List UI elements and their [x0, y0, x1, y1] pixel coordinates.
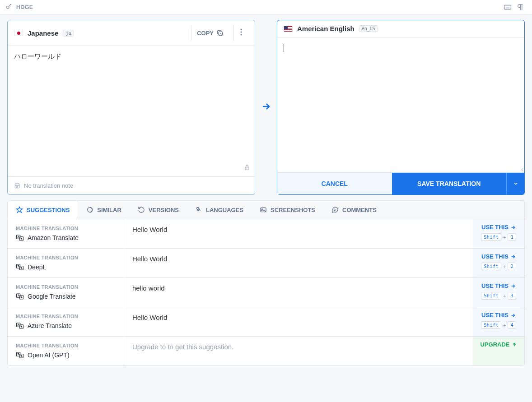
tabs-bar: SUGGESTIONS SIMILAR VERSIONS LANGUAGES S… [8, 201, 524, 219]
copy-label: COPY [197, 30, 214, 37]
mt-label: MACHINE TRANSLATION [16, 314, 116, 319]
suggestion-action: UPGRADE [473, 337, 524, 365]
shortcut-hint: Shift + 3 [481, 292, 516, 300]
use-this-label: USE THIS [481, 253, 509, 260]
arrow-right-icon [261, 101, 271, 114]
svg-rect-1 [504, 5, 511, 9]
key-shift: Shift [481, 321, 501, 329]
provider-name: Amazon Translate [28, 234, 79, 241]
tab-versions[interactable]: VERSIONS [130, 201, 187, 219]
mt-provider: Google Translate [16, 292, 116, 300]
more-options-button[interactable] [233, 25, 248, 41]
copy-button[interactable]: COPY [191, 26, 229, 40]
target-panel: American English en_US CANCEL SAVE TRANS… [277, 20, 525, 195]
suggestion-source: MACHINE TRANSLATION Azure Translate [8, 307, 124, 336]
svg-point-3 [241, 29, 242, 30]
tab-comments[interactable]: COMMENTS [323, 201, 385, 219]
mt-label: MACHINE TRANSLATION [16, 255, 116, 260]
provider-name: Azure Translate [28, 322, 72, 329]
mt-label: MACHINE TRANSLATION [16, 226, 116, 231]
translation-key: HOGE [16, 4, 33, 10]
key-icon [5, 3, 13, 12]
resize-handle-icon[interactable] [519, 167, 523, 171]
cancel-button[interactable]: CANCEL [277, 173, 392, 194]
shortcut-hint: Shift + 4 [481, 321, 516, 329]
svg-point-5 [241, 34, 242, 36]
save-translation-button[interactable]: SAVE TRANSLATION [392, 173, 507, 194]
tab-suggestions[interactable]: SUGGESTIONS [8, 201, 78, 219]
suggestion-text: Hello World [124, 307, 473, 336]
upgrade-button[interactable]: UPGRADE [480, 341, 517, 348]
source-panel: Japanese ja COPY ハローワールド No translation … [7, 20, 255, 195]
tab-label: SCREENSHOTS [271, 207, 315, 213]
suggestion-source: MACHINE TRANSLATION Open AI (GPT) [8, 337, 124, 365]
key-number: 2 [508, 263, 516, 270]
tab-label: LANGUAGES [206, 207, 243, 213]
keyboard-icon[interactable] [501, 1, 514, 14]
key-number: 4 [508, 321, 516, 329]
key-shift: Shift [481, 292, 501, 300]
tab-label: SIMILAR [97, 207, 121, 213]
target-language-label: American English [297, 25, 355, 32]
translation-area: Japanese ja COPY ハローワールド No translation … [0, 14, 532, 200]
use-this-label: USE THIS [481, 282, 509, 289]
translation-note-area[interactable]: No translation note [8, 176, 255, 194]
suggestion-text: Upgrade to to get this suggestion. [124, 337, 473, 365]
tabs-container: SUGGESTIONS SIMILAR VERSIONS LANGUAGES S… [7, 200, 525, 366]
svg-rect-6 [245, 167, 249, 170]
text-cursor [284, 44, 284, 52]
target-actions: CANCEL SAVE TRANSLATION [277, 172, 524, 194]
suggestion-row: MACHINE TRANSLATION Google Translate hel… [8, 278, 524, 307]
source-header: Japanese ja COPY [8, 20, 255, 46]
translate-icon [16, 263, 24, 271]
suggestion-source: MACHINE TRANSLATION Google Translate [8, 278, 124, 307]
target-text-input[interactable] [277, 37, 524, 172]
use-this-button[interactable]: USE THIS [481, 224, 516, 231]
target-language-code: en_US [359, 25, 378, 32]
use-this-button[interactable]: USE THIS [481, 312, 516, 319]
mt-provider: Amazon Translate [16, 234, 116, 242]
suggestion-row: MACHINE TRANSLATION DeepL Hello World US… [8, 249, 524, 278]
mt-provider: Open AI (GPT) [16, 351, 116, 359]
suggestion-row: MACHINE TRANSLATION Open AI (GPT) Upgrad… [8, 337, 524, 365]
plus: + [503, 235, 506, 240]
suggestion-row: MACHINE TRANSLATION Azure Translate Hell… [8, 307, 524, 337]
pilcrow-icon[interactable] [514, 1, 527, 14]
suggestion-text: hello world [124, 278, 473, 307]
translate-icon [16, 234, 24, 242]
key-shift: Shift [481, 263, 501, 270]
plus: + [503, 323, 506, 328]
suggestion-action: USE THIS Shift + 2 [473, 249, 524, 277]
upgrade-label: UPGRADE [480, 341, 509, 348]
suggestion-source: MACHINE TRANSLATION DeepL [8, 249, 124, 277]
key-number: 3 [508, 292, 516, 300]
shortcut-hint: Shift + 1 [481, 233, 516, 241]
flag-usa-icon [284, 26, 293, 32]
mt-provider: Azure Translate [16, 322, 116, 330]
key-number: 1 [508, 233, 516, 241]
svg-point-0 [7, 6, 9, 8]
suggestion-action: USE THIS Shift + 4 [473, 307, 524, 336]
source-language-code: ja [63, 30, 74, 37]
suggestion-text: Hello World [124, 219, 473, 248]
suggestion-text: Hello World [124, 249, 473, 277]
mt-label: MACHINE TRANSLATION [16, 284, 116, 290]
svg-point-4 [241, 32, 242, 33]
source-text-value: ハローワールド [14, 52, 61, 60]
tab-similar[interactable]: SIMILAR [78, 201, 129, 219]
suggestion-source: MACHINE TRANSLATION Amazon Translate [8, 219, 124, 248]
shortcut-hint: Shift + 2 [481, 263, 516, 270]
use-this-label: USE THIS [481, 312, 509, 319]
tab-languages[interactable]: LANGUAGES [187, 201, 252, 219]
use-this-button[interactable]: USE THIS [481, 253, 516, 260]
translate-icon [16, 292, 24, 300]
tab-label: VERSIONS [149, 207, 179, 213]
target-header: American English en_US [277, 20, 524, 37]
plus: + [503, 264, 506, 269]
provider-name: Open AI (GPT) [28, 351, 70, 359]
top-bar: HOGE [0, 0, 532, 14]
plus: + [503, 293, 506, 299]
tab-screenshots[interactable]: SCREENSHOTS [252, 201, 323, 219]
save-dropdown-button[interactable] [506, 173, 524, 194]
use-this-button[interactable]: USE THIS [481, 282, 516, 289]
